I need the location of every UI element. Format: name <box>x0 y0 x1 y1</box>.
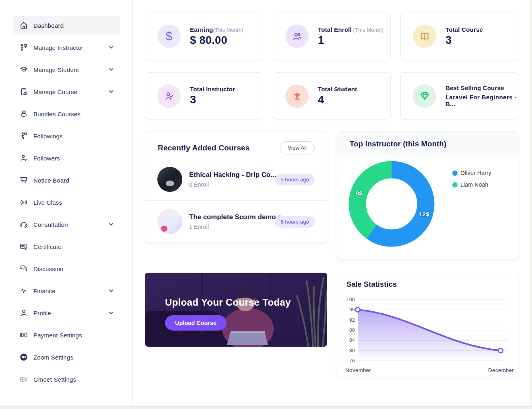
sidebar-item-label: Consultation <box>33 221 108 228</box>
svg-text:80: 80 <box>349 348 355 354</box>
graduate-icon <box>285 84 309 108</box>
sidebar-item-label: Followings <box>33 133 114 140</box>
course-list-item[interactable]: Ethical Hacking - Drip Co... 0 Enroll 5 … <box>145 158 327 200</box>
banner-title: Upload Your Course Today <box>165 297 291 308</box>
stat-card-total-course: Total Course 3 <box>400 12 518 60</box>
svg-text:8$: 8$ <box>356 190 363 197</box>
sidebar-item-live-class[interactable]: Live Class <box>13 193 120 212</box>
sale-statistics-panel: Sale Statistics 100969288848076NovemberD… <box>337 273 518 377</box>
presentation-board-icon <box>19 176 28 185</box>
banknote-icon <box>19 331 28 339</box>
stat-value: 3 <box>445 34 483 47</box>
course-thumbnail <box>157 167 182 192</box>
sidebar-item-label: Dashboard <box>33 22 114 29</box>
sidebar-item-label: Manage Student <box>33 66 108 73</box>
legend-swatch <box>452 171 458 176</box>
sidebar-item-followings[interactable]: Followings <box>13 127 120 145</box>
stat-label: Total Instructor <box>190 86 235 92</box>
stat-value: 3 <box>190 94 235 106</box>
sidebar-item-label: Finance <box>33 288 108 294</box>
chevron-down-icon <box>108 89 114 95</box>
stat-card-total-instructor: Total Instructor 3 <box>145 72 263 119</box>
certificate-icon <box>19 242 28 251</box>
sidebar-item-zoom-settings[interactable]: Zoom Settings <box>13 348 120 366</box>
sidebar-item-manage-instructor[interactable]: Manage Instructor <box>13 38 120 57</box>
sidebar-item-label: Zoom Settings <box>33 354 114 361</box>
person-check-icon <box>157 84 181 108</box>
svg-text:92: 92 <box>349 317 355 323</box>
course-title: Ethical Hacking - Drip Co... <box>189 171 275 179</box>
live-broadcast-icon <box>19 198 28 207</box>
sidebar-item-followers[interactable]: Followers <box>13 149 120 167</box>
sidebar-item-bundles-courses[interactable]: Bundles Courses <box>13 105 120 123</box>
sidebar-item-label: Live Class <box>33 199 114 206</box>
sidebar-item-label: Gmeet Settings <box>33 376 114 383</box>
stat-label: Best Selling Course <box>445 84 518 91</box>
person-flag-icon <box>19 132 28 140</box>
stat-label: Total Course <box>445 26 483 33</box>
sidebar-item-payment-settings[interactable]: Payment Settings <box>13 326 120 344</box>
course-thumbnail <box>157 209 182 234</box>
svg-text:12$: 12$ <box>419 211 429 218</box>
time-ago-badge: 5 hours ago <box>275 174 315 185</box>
chevron-down-icon <box>108 288 114 294</box>
top-instructor-panel: Top Instructor (this Month) 12$8$ Oliver… <box>337 131 518 259</box>
svg-text:100: 100 <box>346 297 355 302</box>
horizontal-scrollbar[interactable] <box>0 406 532 409</box>
sidebar-item-label: Followers <box>33 155 114 162</box>
sidebar-item-label: Payment Settings <box>33 332 114 339</box>
zoom-camera-icon <box>19 353 28 362</box>
recently-added-courses-panel: Recently Added Courses View All Ethical … <box>145 131 327 243</box>
sidebar-item-manage-student[interactable]: Manage Student <box>13 60 120 79</box>
svg-text:76: 76 <box>349 358 355 364</box>
sidebar-item-label: Notice Board <box>33 177 114 184</box>
stat-value: $ 80.00 <box>190 34 243 47</box>
sidebar-item-label: Bundles Courses <box>33 111 114 117</box>
upload-course-button[interactable]: Upload Course <box>165 315 227 331</box>
pulse-icon <box>19 286 28 295</box>
diamond-icon <box>413 84 436 108</box>
dollar-icon: $ <box>157 25 181 48</box>
course-enroll-count: 1 Enroll <box>189 224 275 230</box>
course-enroll-count: 0 Enroll <box>189 181 275 188</box>
stat-card-best-selling-course: Best Selling Course Laravel For Beginner… <box>400 72 518 119</box>
users-icon <box>285 25 309 48</box>
sidebar-item-consultation[interactable]: Consultation <box>13 215 120 234</box>
course-title: The complete Scorm demo c... <box>189 213 275 221</box>
home-icon <box>19 21 28 30</box>
panel-title: Top Instructor (this Month) <box>350 140 446 148</box>
chevron-down-icon <box>108 310 114 316</box>
upload-course-banner: Upload Your Course Today Upload Course <box>145 273 327 347</box>
sale-statistics-chart: 100969288848076NovemberDecember <box>337 273 518 377</box>
sidebar-item-profile[interactable]: Profile <box>13 304 120 322</box>
legend-item: Liam Noah <box>452 181 491 188</box>
open-book-icon <box>413 25 436 48</box>
stat-card-total-enroll: Total Enroll (This Month) 1 <box>273 12 391 60</box>
sidebar-item-finance[interactable]: Finance <box>13 282 120 300</box>
sidebar-item-notice-board[interactable]: Notice Board <box>13 171 120 189</box>
instructor-donut-chart: 12$8$ <box>348 160 435 248</box>
course-list-item[interactable]: The complete Scorm demo c... 1 Enroll 6 … <box>145 200 327 243</box>
legend-swatch <box>452 182 458 187</box>
svg-text:December: December <box>488 367 514 373</box>
sidebar-item-manage-course[interactable]: Manage Course <box>13 82 120 101</box>
sidebar-item-certificate[interactable]: Certificate <box>13 237 120 256</box>
stat-label: Total Enroll (This Month) <box>318 26 384 33</box>
stat-label: Total Student <box>318 86 357 92</box>
stat-card-earning: $ Earning(This Month) $ 80.00 <box>145 12 263 60</box>
person-check-icon <box>19 154 28 162</box>
instructor-board-icon <box>19 43 28 52</box>
legend-item: Oliver Harry <box>452 170 491 176</box>
vertical-scrollbar[interactable] <box>530 0 532 406</box>
sidebar-item-label: Discussion <box>33 265 114 272</box>
stat-value: 1 <box>318 34 384 47</box>
sidebar-item-label: Manage Instructor <box>33 44 108 51</box>
chat-bubbles-icon <box>19 264 28 273</box>
sidebar-item-dashboard[interactable]: Dashboard <box>13 16 120 35</box>
view-all-button[interactable]: View All <box>280 141 315 154</box>
sidebar-item-discussion[interactable]: Discussion <box>13 259 120 278</box>
chevron-down-icon <box>108 67 114 72</box>
sidebar-item-gmeet-settings[interactable]: Gmeet Settings <box>13 370 120 388</box>
meet-camera-icon <box>19 375 28 384</box>
chart-legend: Oliver Harry Liam Noah <box>452 170 491 193</box>
